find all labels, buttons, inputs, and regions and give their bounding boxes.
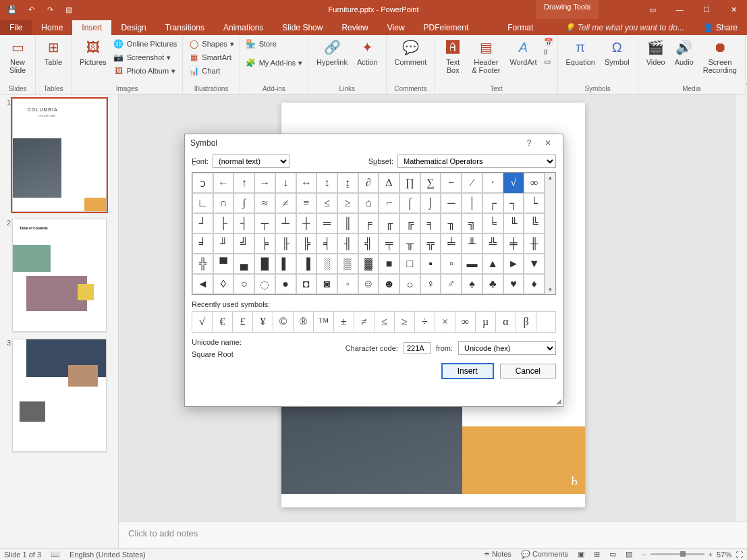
symbol-cell[interactable]: ↨ xyxy=(337,173,358,193)
close-icon[interactable]: ✕ xyxy=(720,0,747,19)
thumb-2-wrap[interactable]: 2 Table of Contents xyxy=(3,219,115,332)
symbol-cell[interactable]: ╬ xyxy=(192,254,213,274)
text-box-button[interactable]: 🅰Text Box xyxy=(439,36,466,76)
symbol-cell[interactable]: ▬ xyxy=(462,254,482,274)
symbol-cell[interactable]: ▄ xyxy=(233,254,254,274)
symbol-cell[interactable]: ☼ xyxy=(399,274,420,294)
symbol-grid[interactable]: ↄ←↑→↓↔↕↨∂∆∏∑−∕∙√∞∟∩∫≈≠≡≤≥⌂⌐⌠⌡─│┌┐└┘├┤┬┴┼… xyxy=(192,173,545,294)
recent-symbol-cell[interactable]: ≥ xyxy=(395,312,415,332)
tab-review[interactable]: Review xyxy=(332,20,377,35)
symbol-cell[interactable]: ◘ xyxy=(296,274,317,294)
symbol-cell[interactable]: ⌠ xyxy=(399,193,420,213)
symbol-cell[interactable]: ╟ xyxy=(275,233,296,254)
smartart-button[interactable]: ▦SmartArt xyxy=(187,51,235,63)
symbol-cell[interactable]: ┴ xyxy=(275,213,296,233)
symbol-cell[interactable]: ╣ xyxy=(358,233,379,254)
screenshot-button[interactable]: 📷Screenshot ▾ xyxy=(112,51,179,63)
symbol-cell[interactable]: ← xyxy=(213,173,234,193)
scroll-up-icon[interactable]: ▴ xyxy=(549,174,552,181)
symbol-cell[interactable]: □ xyxy=(399,254,420,274)
slide-number-icon[interactable]: # xyxy=(544,48,553,56)
language-status[interactable]: English (United States) xyxy=(70,551,146,559)
symbol-cell[interactable]: ╪ xyxy=(503,233,524,254)
symbol-cell[interactable]: ◙ xyxy=(316,274,337,294)
vertical-scrollbar[interactable] xyxy=(735,94,747,521)
symbol-cell[interactable]: ╠ xyxy=(296,233,317,254)
tab-animations[interactable]: Animations xyxy=(214,20,273,35)
symbol-cell[interactable]: ○ xyxy=(233,274,254,294)
thumb-1-wrap[interactable]: 1 COLUMBIA COLLECTIVE xyxy=(3,99,115,212)
audio-button[interactable]: 🔊Audio xyxy=(671,36,698,67)
symbol-cell[interactable]: ═ xyxy=(316,213,337,233)
slide-counter[interactable]: Slide 1 of 3 xyxy=(4,551,41,559)
chart-button[interactable]: 📊Chart xyxy=(187,65,235,77)
photo-album-button[interactable]: 🖼Photo Album ▾ xyxy=(112,65,179,77)
pictures-button[interactable]: 🖼Pictures xyxy=(76,36,111,67)
symbol-cell[interactable]: ╙ xyxy=(503,213,524,233)
symbol-cell[interactable]: ☻ xyxy=(379,274,399,294)
symbol-cell[interactable]: ┘ xyxy=(192,213,213,233)
recent-symbol-cell[interactable]: ± xyxy=(334,312,354,332)
symbol-cell[interactable]: ▼ xyxy=(524,254,545,274)
char-code-input[interactable] xyxy=(404,342,431,354)
wordart-button[interactable]: AWordArt xyxy=(505,36,541,67)
tell-me-search[interactable]: 💡 Tell me what you want to do... xyxy=(555,20,694,35)
slide-thumbnail-panel[interactable]: 1 COLUMBIA COLLECTIVE 2 Table of Content… xyxy=(0,94,119,548)
store-button[interactable]: 🏪Store xyxy=(244,38,304,50)
online-pictures-button[interactable]: 🌐Online Pictures xyxy=(112,38,179,50)
symbol-cell[interactable]: ↕ xyxy=(316,173,337,193)
dialog-help-icon[interactable]: ? xyxy=(520,138,538,148)
symbol-cell[interactable]: ╗ xyxy=(462,213,482,233)
symbol-cell[interactable]: ∏ xyxy=(399,173,420,193)
redo-icon[interactable]: ↷ xyxy=(43,3,57,16)
symbol-cell[interactable]: ╥ xyxy=(399,233,420,254)
symbol-cell[interactable]: ╦ xyxy=(420,233,441,254)
recent-symbol-cell[interactable]: × xyxy=(435,312,455,332)
my-addins-button[interactable]: 🧩My Add-ins ▾ xyxy=(244,57,304,69)
symbol-cell[interactable]: ↔ xyxy=(296,173,317,193)
recent-symbol-cell[interactable]: ≤ xyxy=(375,312,395,332)
symbol-cell[interactable]: █ xyxy=(254,254,275,274)
symbol-cell[interactable]: ♂ xyxy=(441,274,462,294)
symbol-cell[interactable]: ╫ xyxy=(524,233,545,254)
insert-button[interactable]: Insert xyxy=(442,364,493,379)
recent-symbol-cell[interactable]: £ xyxy=(233,312,253,332)
symbol-cell[interactable]: ☺ xyxy=(358,274,379,294)
symbol-cell[interactable]: ╛ xyxy=(192,233,213,254)
symbol-cell[interactable]: ╢ xyxy=(337,233,358,254)
reading-view-icon[interactable]: ▭ xyxy=(609,550,616,559)
symbol-cell[interactable]: ▫ xyxy=(441,254,462,274)
symbol-cell[interactable]: ▐ xyxy=(296,254,317,274)
symbol-cell[interactable]: ≤ xyxy=(316,193,337,213)
symbol-cell[interactable]: − xyxy=(441,173,462,193)
hyperlink-button[interactable]: 🔗Hyperlink xyxy=(312,36,352,67)
slide-thumbnail-1[interactable]: COLUMBIA COLLECTIVE xyxy=(12,99,107,212)
symbol-cell[interactable]: ╖ xyxy=(441,213,462,233)
recent-symbol-cell[interactable]: β xyxy=(516,312,536,332)
symbol-cell[interactable]: ≈ xyxy=(254,193,275,213)
tab-format[interactable]: Format xyxy=(498,20,543,35)
symbol-cell[interactable]: ♀ xyxy=(420,274,441,294)
action-button[interactable]: ✦Action xyxy=(353,36,382,67)
start-from-beginning-icon[interactable]: ▧ xyxy=(62,3,76,16)
comment-button[interactable]: 💬Comment xyxy=(391,36,431,67)
recent-symbols[interactable]: √€£¥©®™±≠≤≥÷×∞µαβ xyxy=(192,311,556,333)
tab-file[interactable]: File xyxy=(0,20,32,35)
symbol-cell[interactable]: → xyxy=(254,173,275,193)
symbol-cell[interactable]: ╔ xyxy=(399,213,420,233)
share-button[interactable]: 👤 Share xyxy=(694,20,747,35)
zoom-out-icon[interactable]: − xyxy=(642,551,646,559)
minimize-icon[interactable]: — xyxy=(666,0,693,19)
symbol-cell[interactable]: ┐ xyxy=(503,193,524,213)
recent-symbol-cell[interactable]: ≠ xyxy=(354,312,375,332)
symbol-cell[interactable]: ▌ xyxy=(275,254,296,274)
symbol-cell[interactable]: ╘ xyxy=(482,213,503,233)
symbol-cell[interactable]: ■ xyxy=(379,254,399,274)
symbol-cell[interactable]: ▲ xyxy=(482,254,503,274)
notes-pane[interactable]: Click to add notes xyxy=(119,521,747,548)
symbol-cell[interactable]: ♣ xyxy=(482,274,503,294)
symbol-cell[interactable]: ∙ xyxy=(482,173,503,193)
symbol-cell[interactable]: ▓ xyxy=(358,254,379,274)
symbol-cell[interactable]: ↄ xyxy=(192,173,213,193)
table-button[interactable]: ⊞Table xyxy=(40,36,67,67)
